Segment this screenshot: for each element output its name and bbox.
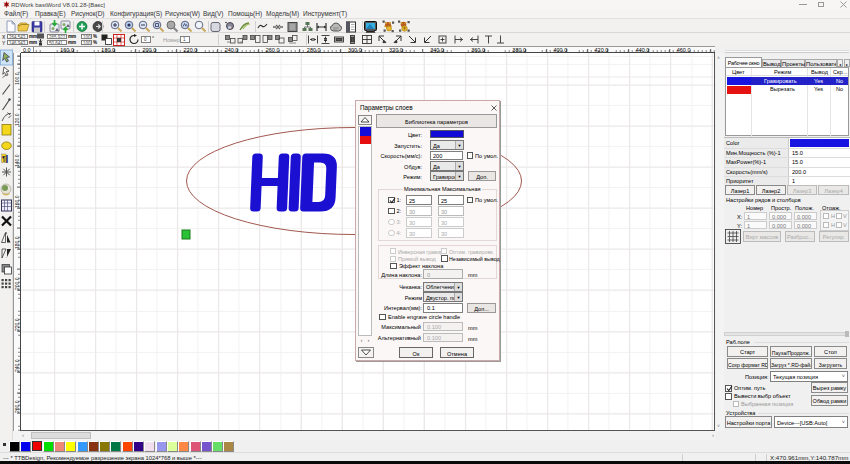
svg-text:I: I (6, 154, 9, 165)
svg-text:¶: ¶ (2, 155, 6, 163)
